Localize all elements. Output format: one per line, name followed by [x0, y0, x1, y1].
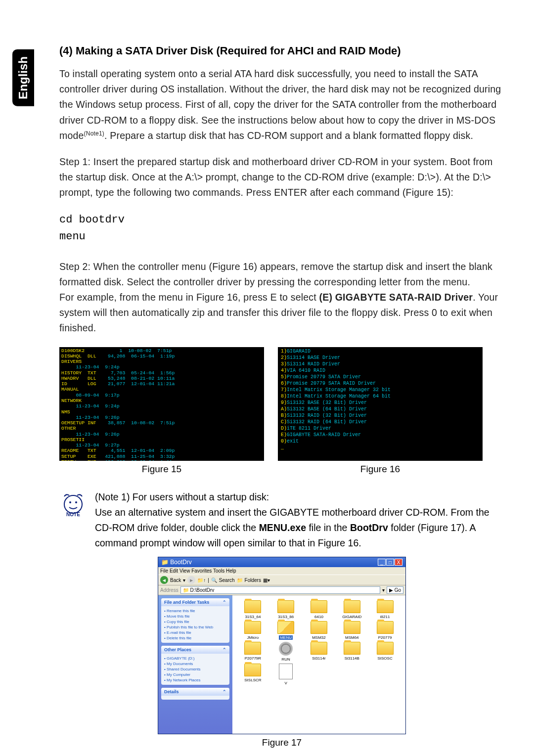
- titlebar[interactable]: 📁 BootDrv _□X: [158, 557, 405, 567]
- toolbar: ◄ Back ▾ ► 📁↑ | 🔍Search 📁Folders ▦▾: [158, 575, 405, 585]
- folder-item[interactable]: P20779: [369, 621, 400, 640]
- side-panel-link[interactable]: • My Network Places: [164, 677, 226, 683]
- file-label: JMicro: [247, 635, 259, 640]
- file-pane[interactable]: 31S3_6431S3_866410GIGARAIDi8211JMicroMEN…: [232, 595, 405, 734]
- folder-icon: [377, 642, 394, 655]
- folder-item[interactable]: SISOSC: [369, 642, 400, 662]
- side-panel-link[interactable]: • Shared Documents: [164, 667, 226, 672]
- file-label: P20779: [378, 635, 392, 640]
- file-run[interactable]: RUN: [270, 642, 302, 662]
- forward-button[interactable]: ►: [187, 576, 195, 584]
- step2-paragraph: Step 2: When the controller menu (Figure…: [59, 259, 504, 336]
- address-path[interactable]: 📁 D:\BootDrv: [180, 586, 380, 594]
- file-label: V: [285, 681, 287, 685]
- window-buttons: _□X: [377, 559, 402, 566]
- side-panel-link[interactable]: • E-mail this file: [164, 630, 226, 635]
- folders-icon[interactable]: 📁: [237, 578, 243, 583]
- file-label: RUN: [282, 657, 290, 662]
- search-icon[interactable]: 🔍: [211, 578, 217, 583]
- folders-label[interactable]: Folders: [245, 578, 261, 583]
- side-panel-link[interactable]: • Move this file: [164, 614, 226, 619]
- side-panel-link[interactable]: • Publish this file to the Web: [164, 624, 226, 630]
- note1-text: (Note 1) For users without a startup dis…: [95, 489, 504, 551]
- search-label[interactable]: Search: [219, 578, 235, 583]
- section-heading: (4) Making a SATA Driver Disk (Required …: [59, 44, 504, 57]
- folder-item[interactable]: SISLSCR: [237, 664, 268, 685]
- minimize-button[interactable]: _: [378, 559, 386, 566]
- step2-bold: (E) GIGABYTE SATA-RAID Driver: [319, 292, 473, 303]
- note1-bold-bootdrv: BootDrv: [350, 522, 388, 533]
- figure-17-explorer-window: 📁 BootDrv _□X File Edit View Favorites T…: [158, 557, 406, 734]
- file-menu-exe[interactable]: MENU: [270, 621, 302, 640]
- side-panel-link[interactable]: • Rename this file: [164, 608, 226, 614]
- svg-point-1: [69, 501, 71, 503]
- figure-15-dos-listing: D100DSK2 1 10-08-02 7:51p DISWHQL DLL 94…: [59, 347, 264, 461]
- note-icon: NOTE: [59, 489, 87, 519]
- side-panel-header[interactable]: File and Folder Tasks⌃: [161, 598, 229, 606]
- side-panel-link[interactable]: • Copy this file: [164, 619, 226, 624]
- folder-item[interactable]: 31S3_86: [270, 600, 302, 619]
- go-button[interactable]: ▶ Go: [387, 586, 403, 594]
- side-panel-header[interactable]: Other Places⌃: [161, 646, 229, 654]
- up-icon[interactable]: 📁↑: [197, 578, 206, 583]
- side-panel-link[interactable]: • My Documents: [164, 661, 226, 667]
- file-label: SISOSC: [377, 656, 392, 661]
- back-button[interactable]: ◄: [160, 576, 168, 584]
- folder-icon: [244, 621, 261, 634]
- folder-icon: [244, 664, 261, 676]
- side-panel-group: Other Places⌃• GIGABYTE (D:)• My Documen…: [161, 646, 229, 685]
- folder-icon: [244, 642, 261, 655]
- side-panel: File and Folder Tasks⌃• Rename this file…: [158, 595, 232, 734]
- language-tab: English: [12, 49, 34, 106]
- file-label: MENU: [279, 635, 293, 640]
- note1-line-a: (Note 1) For users without a startup dis…: [95, 491, 269, 502]
- folder-item[interactable]: MSM32: [304, 621, 335, 640]
- gear-icon: [279, 642, 293, 656]
- folder-item[interactable]: GIGARAID: [336, 600, 367, 619]
- folder-item[interactable]: P20779R: [237, 642, 268, 662]
- side-panel-link[interactable]: • GIGABYTE (D:): [164, 656, 226, 661]
- folder-icon: [277, 621, 294, 634]
- chevron-icon[interactable]: ⌃: [222, 647, 226, 652]
- folder-icon: [311, 600, 327, 613]
- chevron-icon[interactable]: ⌃: [222, 600, 226, 605]
- side-panel-link[interactable]: • Delete this file: [164, 635, 226, 641]
- figure-17-caption: Figure 17: [59, 737, 504, 748]
- back-label[interactable]: Back: [170, 578, 181, 583]
- folder-item[interactable]: MSM64: [336, 621, 367, 640]
- file-label: SISLSCR: [244, 678, 261, 682]
- figure-16-caption: Figure 16: [278, 464, 483, 475]
- step1-paragraph: Step 1: Insert the prepared startup disk…: [59, 154, 504, 201]
- side-panel-header[interactable]: Details⌃: [161, 688, 229, 696]
- svg-point-2: [75, 501, 77, 503]
- folder-icon: [344, 621, 360, 634]
- chevron-icon[interactable]: ⌃: [222, 689, 226, 694]
- step2-line-b-pre: For example, from the menu in Figure 16,…: [59, 292, 319, 303]
- folder-item[interactable]: 6410: [304, 600, 335, 619]
- file-label: i8211: [380, 615, 390, 619]
- menu-bar[interactable]: File Edit View Favorites Tools Help: [158, 567, 405, 575]
- folder-icon: [344, 642, 360, 655]
- file-v[interactable]: V: [270, 664, 302, 685]
- file-label: MSM32: [312, 635, 326, 640]
- side-panel-group: File and Folder Tasks⌃• Rename this file…: [161, 598, 229, 643]
- folder-item[interactable]: Si3114B: [336, 642, 367, 662]
- folder-item[interactable]: 31S3_64: [237, 600, 268, 619]
- address-bar: Address 📁 D:\BootDrv ▾ ▶ Go: [158, 585, 405, 595]
- folder-item[interactable]: Si3114r: [304, 642, 335, 662]
- address-dropdown-icon[interactable]: ▾: [382, 587, 385, 593]
- views-icon[interactable]: ▦▾: [263, 578, 270, 583]
- note1-superscript: (Note1): [84, 130, 104, 136]
- svg-point-0: [64, 495, 82, 513]
- file-label: P20779R: [245, 656, 261, 661]
- folder-item[interactable]: JMicro: [237, 621, 268, 640]
- file-label: Si3114r: [312, 656, 326, 661]
- folder-icon: [311, 642, 327, 655]
- note1-line-b-mid: file in the: [306, 522, 350, 533]
- file-label: 31S3_64: [245, 615, 261, 619]
- close-button[interactable]: X: [395, 559, 402, 566]
- side-panel-link[interactable]: • My Computer: [164, 672, 226, 677]
- code-block: cd bootdrv menu: [59, 212, 504, 245]
- folder-item[interactable]: i8211: [369, 600, 400, 619]
- maximize-button[interactable]: □: [386, 559, 394, 566]
